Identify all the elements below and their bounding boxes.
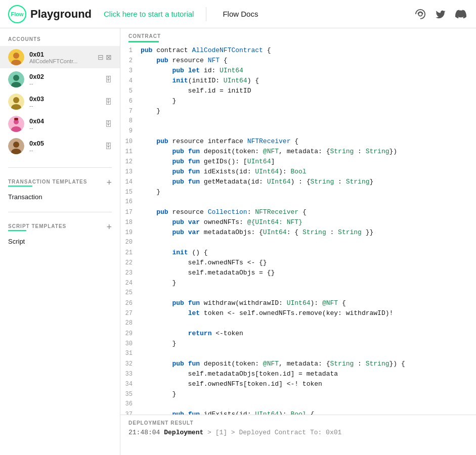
svg-point-2 [13,53,19,59]
add-script-button[interactable]: + [106,222,112,232]
app-header: Flow Playground Click here to start a tu… [0,0,476,28]
account-info-0x01: 0x01 AllCodeNFTContr... [29,51,93,64]
header-icons [413,7,468,21]
account-info-0x02: 0x02 -- [29,73,100,86]
flow-docs-link[interactable]: Flow Docs [223,10,258,18]
delete-icon[interactable]: ⊠ [106,53,112,61]
account-item-0x01[interactable]: 0x01 AllCodeNFTContr... ⊟ ⊠ [0,46,120,68]
code-line-23: 23 self.metadataObjs = {} [120,269,476,279]
account-item-0x05[interactable]: 0x05 -- 🗄 [0,135,120,157]
header-divider [206,7,206,21]
avatar-0x05 [8,138,24,154]
avatar-0x02 [8,71,24,87]
account-name-0x01: AllCodeNFTContr... [29,58,93,64]
content-area: CONTRACT 1 pub contract AllCodeNFTContra… [120,28,476,455]
account-item-0x02[interactable]: 0x02 -- 🗄 [0,68,120,90]
account-info-0x03: 0x03 -- [29,95,100,109]
account-item-0x04[interactable]: 0x04 -- 🗄 [0,113,120,135]
storage-icon-0x02[interactable]: 🗄 [105,75,112,83]
svg-point-0 [418,12,422,16]
account-info-0x05: 0x05 -- [29,140,100,153]
code-line-6: 6 } [120,97,476,107]
account-addr-0x05: 0x05 [29,140,100,147]
code-line-24: 24 } [120,279,476,289]
account-actions-0x04: 🗄 [105,120,112,128]
discord-icon[interactable] [454,7,468,21]
code-line-36: 36 [120,400,476,411]
storage-icon-0x03[interactable]: 🗄 [105,98,112,106]
account-addr-0x01: 0x01 [29,51,93,58]
code-panel: CONTRACT 1 pub contract AllCodeNFTContra… [120,28,476,415]
code-line-32: 32 pub fun deposit(token: @NFT, metadata… [120,360,476,370]
transaction-item-0[interactable]: Transaction [0,190,120,204]
contract-label: CONTRACT [120,28,476,41]
deploy-action: Deployment [164,429,203,436]
code-line-22: 22 self.ownedNFTs <- {} [120,259,476,269]
code-line-8: 8 [120,117,476,127]
script-item-0[interactable]: Script [0,235,120,248]
code-line-2: 2 pub resource NFT { [120,57,476,67]
code-line-28: 28 [120,320,476,330]
code-line-34: 34 self.ownedNFTs[token.id] <-! token [120,380,476,390]
twitter-icon[interactable] [434,7,448,21]
logo-area: Flow Playground [8,5,92,23]
code-line-7: 7 } [120,107,476,117]
account-actions-0x05: 🗄 [105,142,112,150]
code-line-1: 1 pub contract AllCodeNFTContract { [120,47,476,57]
script-templates-header: SCRIPT TEMPLATES + [0,220,120,235]
add-transaction-button[interactable]: + [106,178,112,187]
code-line-25: 25 [120,289,476,299]
svg-rect-13 [14,118,18,120]
svg-point-15 [13,142,19,148]
code-line-13: 13 pub fun idExists(id: UInt64): Bool [120,168,476,178]
storage-icon-0x04[interactable]: 🗄 [105,120,112,128]
avatar-0x03 [8,94,24,110]
code-line-31: 31 [120,350,476,360]
storage-icon-0x05[interactable]: 🗄 [105,142,112,150]
code-line-29: 29 return <-token [120,330,476,340]
code-editor[interactable]: 1 pub contract AllCodeNFTContract { 2 pu… [120,44,476,415]
svg-point-5 [13,75,19,81]
code-line-15: 15 } [120,188,476,198]
podcast-icon[interactable] [413,7,427,21]
account-name-0x04: -- [29,125,100,131]
account-actions-0x01: ⊟ ⊠ [98,53,112,61]
account-item-0x03[interactable]: 0x03 -- 🗄 [0,90,120,113]
sidebar: ACCOUNTS 0x01 AllCodeNFTContr... ⊟ ⊠ [0,28,120,455]
account-info-0x04: 0x04 -- [29,117,100,131]
copy-icon[interactable]: ⊟ [98,53,104,61]
code-line-30: 30 } [120,340,476,350]
deploy-label: DEPLOYMENT RESULT [128,420,468,426]
tutorial-link[interactable]: Click here to start a tutorial [104,10,194,18]
code-line-4: 4 init(initID: UInt64) { [120,77,476,87]
code-line-3: 3 pub let id: UInt64 [120,67,476,77]
script-templates-title-wrap: SCRIPT TEMPLATES [8,223,66,231]
transaction-templates-title: TRANSACTION TEMPLATES [8,179,87,187]
code-line-16: 16 [120,198,476,208]
avatar-0x04 [8,116,24,132]
account-actions-0x02: 🗄 [105,75,112,83]
account-actions-0x03: 🗄 [105,98,112,106]
account-name-0x03: -- [29,103,100,109]
account-addr-0x03: 0x03 [29,95,100,103]
code-line-18: 18 pub var ownedNFTs: @{UInt64: NFT} [120,218,476,229]
deploy-result: 21:48:04 Deployment > [1] > Deployed Con… [128,429,468,436]
divider-tx-script [8,212,112,212]
accounts-section: ACCOUNTS 0x01 AllCodeNFTContr... ⊟ ⊠ [0,28,120,163]
code-line-17: 17 pub resource Collection: NFTReceiver … [120,208,476,218]
flow-logo: Flow [8,5,26,23]
code-line-10: 10 pub resource interface NFTReceiver { [120,138,476,148]
accounts-title: ACCOUNTS [0,34,120,46]
svg-point-8 [13,97,19,103]
code-line-12: 12 pub fun getIDs(): [UInt64] [120,158,476,168]
code-line-9: 9 [120,127,476,138]
transaction-templates-header: TRANSACTION TEMPLATES + [0,176,120,190]
code-line-35: 35 } [120,390,476,400]
code-line-26: 26 pub fun withdraw(withdrawID: UInt64):… [120,299,476,309]
deployment-panel: DEPLOYMENT RESULT 21:48:04 Deployment > … [120,415,476,455]
main-layout: ACCOUNTS 0x01 AllCodeNFTContr... ⊟ ⊠ [0,28,476,455]
app-title: Playground [30,8,92,21]
account-addr-0x04: 0x04 [29,117,100,125]
script-templates-section: SCRIPT TEMPLATES + Script [0,216,120,252]
code-line-37: 37 pub fun idExists(id: UInt64): Bool { [120,411,476,415]
